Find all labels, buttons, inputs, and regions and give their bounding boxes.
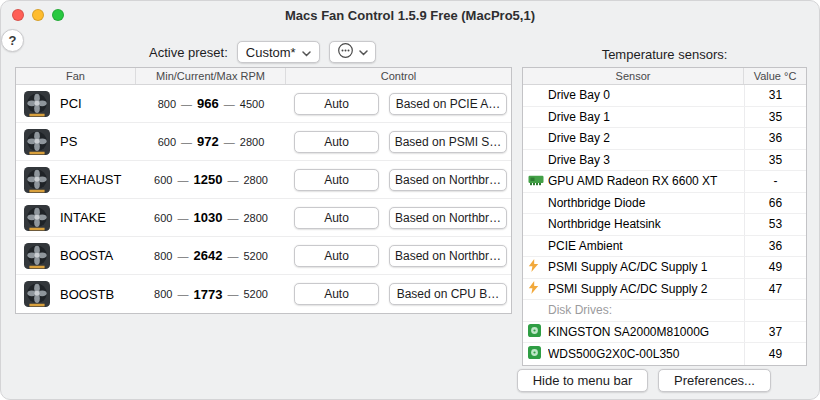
sensor-value: -	[744, 171, 806, 192]
sensor-row[interactable]: GPU AMD Radeon RX 6600 XT-	[523, 171, 806, 193]
fan-control-button[interactable]: Based on Northbr…	[389, 245, 507, 267]
sensor-value: 47	[744, 279, 806, 300]
sensor-icon-slot	[528, 280, 548, 298]
rpm-separator: —	[181, 136, 192, 148]
rpm-separator: —	[177, 250, 188, 262]
auto-button[interactable]: Auto	[294, 169, 379, 191]
fan-rows: PCI800—966—4500AutoBased on PCIE A…PS600…	[16, 85, 511, 313]
rpm-min: 600	[154, 212, 172, 224]
fan-name: BOOSTA	[60, 248, 136, 263]
fan-rpm-readout: 800—2642—5200	[136, 248, 286, 263]
value-column-header: Value °C	[744, 68, 806, 84]
rpm-separator: —	[227, 212, 238, 224]
rpm-separator: —	[227, 174, 238, 186]
fan-table-header: Fan Min/Current/Max RPM Control	[16, 68, 511, 85]
sensor-value: 35	[744, 150, 806, 171]
fan-row[interactable]: INTAKE600—1030—2800AutoBased on Northbr…	[16, 199, 511, 237]
sensor-name: PCIE Ambient	[548, 239, 744, 253]
fan-name: BOOSTB	[60, 287, 136, 302]
power-supply-icon	[528, 280, 539, 298]
fan-icon	[24, 129, 50, 155]
rpm-min: 800	[158, 98, 176, 110]
fan-icon	[24, 281, 50, 307]
sensor-name: PSMI Supply AC/DC Supply 1	[548, 260, 744, 274]
sensor-row[interactable]: KINGSTON SA2000M81000G37	[523, 322, 806, 344]
sensor-table: Sensor Value °C Drive Bay 031Drive Bay 1…	[522, 67, 807, 366]
sensor-icon-slot	[528, 345, 548, 363]
sensor-name: Drive Bay 0	[548, 88, 744, 102]
preset-dropdown[interactable]: Custom*	[237, 41, 320, 63]
fan-control-button[interactable]: Based on Northbr…	[389, 169, 507, 191]
fan-control-button[interactable]: Based on CPU B…	[389, 283, 507, 305]
preset-toolbar: Active preset: Custom*	[149, 41, 376, 63]
preferences-button[interactable]: Preferences...	[658, 369, 771, 392]
sensor-row[interactable]: Northbridge Heatsink53	[523, 214, 806, 236]
fan-icon	[24, 205, 50, 231]
rpm-current: 1773	[193, 287, 222, 302]
rpm-separator: —	[227, 250, 238, 262]
fan-icon	[24, 91, 50, 117]
fan-control-button[interactable]: Based on PCIE A…	[389, 93, 507, 115]
rpm-max: 5200	[243, 288, 267, 300]
sensor-row[interactable]: PCIE Ambient36	[523, 236, 806, 258]
sensor-name: Northbridge Diode	[548, 196, 744, 210]
sensor-row[interactable]: Northbridge Diode66	[523, 193, 806, 215]
auto-button[interactable]: Auto	[294, 93, 379, 115]
auto-button[interactable]: Auto	[294, 245, 379, 267]
preset-value: Custom*	[246, 45, 296, 60]
sensor-name: Northbridge Heatsink	[548, 217, 744, 231]
fan-row[interactable]: PS600—972—2800AutoBased on PSMI S…	[16, 123, 511, 161]
minimize-button[interactable]	[32, 9, 44, 21]
sensor-name: Drive Bay 2	[548, 131, 744, 145]
sensor-name: Drive Bay 1	[548, 110, 744, 124]
chevron-down-icon	[359, 45, 368, 59]
rpm-separator: —	[224, 136, 235, 148]
sensor-row[interactable]: WDS500G2X0C-00L35049	[523, 343, 806, 365]
control-column-header: Control	[286, 68, 511, 84]
traffic-lights	[12, 9, 64, 21]
sensor-icon-slot	[528, 323, 548, 341]
zoom-button[interactable]	[52, 9, 64, 21]
rpm-current: 1250	[193, 172, 222, 187]
sensor-row[interactable]: Drive Bay 236	[523, 128, 806, 150]
sensor-row[interactable]: Drive Bay 335	[523, 150, 806, 172]
rpm-separator: —	[181, 98, 192, 110]
hide-to-menu-bar-button[interactable]: Hide to menu bar	[517, 369, 648, 392]
sensor-name: PSMI Supply AC/DC Supply 2	[548, 282, 744, 296]
fan-control-button[interactable]: Based on Northbr…	[389, 207, 507, 229]
close-button[interactable]	[12, 9, 24, 21]
help-button[interactable]: ?	[1, 29, 24, 52]
auto-button[interactable]: Auto	[294, 131, 379, 153]
sensor-row[interactable]: PSMI Supply AC/DC Supply 247	[523, 279, 806, 301]
rpm-current: 1030	[193, 210, 222, 225]
sensor-row[interactable]: PSMI Supply AC/DC Supply 149	[523, 257, 806, 279]
sensor-name: Disk Drives:	[548, 303, 744, 317]
fan-row[interactable]: EXHAUST600—1250—2800AutoBased on Northbr…	[16, 161, 511, 199]
app-window: Macs Fan Control 1.5.9 Free (MacPro5,1) …	[0, 0, 820, 400]
fan-row[interactable]: BOOSTA800—2642—5200AutoBased on Northbr…	[16, 237, 511, 275]
sensor-row[interactable]: Drive Bay 135	[523, 107, 806, 129]
preset-options-dropdown[interactable]	[329, 41, 376, 63]
disk-icon	[528, 345, 541, 363]
chevron-down-icon	[302, 45, 311, 60]
sensor-rows: Drive Bay 031Drive Bay 135Drive Bay 236D…	[523, 85, 806, 365]
rpm-separator: —	[177, 288, 188, 300]
rpm-max: 4500	[240, 98, 264, 110]
fan-name: INTAKE	[60, 210, 136, 225]
power-supply-icon	[528, 258, 539, 276]
sensor-value: 49	[744, 257, 806, 278]
rpm-max: 5200	[243, 250, 267, 262]
fan-name: PS	[60, 134, 136, 149]
fan-control-button[interactable]: Based on PSMI S…	[389, 131, 507, 153]
fan-row[interactable]: PCI800—966—4500AutoBased on PCIE A…	[16, 85, 511, 123]
auto-button[interactable]: Auto	[294, 283, 379, 305]
fan-icon	[24, 243, 50, 269]
fan-row[interactable]: BOOSTB800—1773—5200AutoBased on CPU B…	[16, 275, 511, 313]
sensor-value: 36	[744, 128, 806, 149]
rpm-separator: —	[227, 288, 238, 300]
temperature-sensors-header: Temperature sensors:	[522, 45, 807, 63]
auto-button[interactable]: Auto	[294, 207, 379, 229]
more-options-icon	[337, 42, 354, 62]
rpm-min: 600	[158, 136, 176, 148]
sensor-row[interactable]: Drive Bay 031	[523, 85, 806, 107]
